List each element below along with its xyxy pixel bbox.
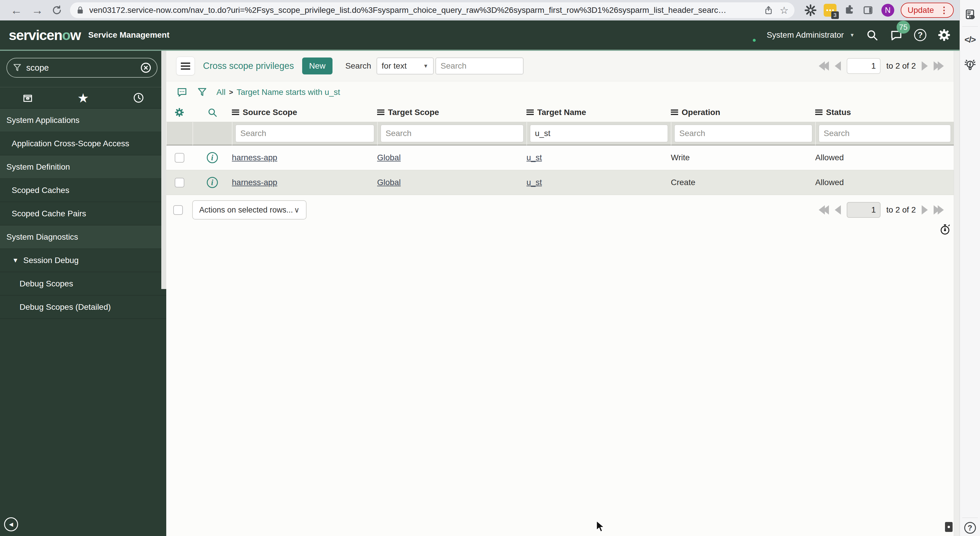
list-chat-icon[interactable] — [176, 86, 188, 98]
list-context-menu-button[interactable] — [176, 57, 195, 75]
actions-dropdown[interactable]: Actions on selected rows... ∨ — [192, 200, 307, 220]
lightbulb-icon[interactable] — [963, 59, 977, 72]
filter-target-scope[interactable] — [381, 124, 523, 142]
cell-source-scope: harness-app — [232, 170, 377, 195]
lock-icon — [76, 6, 84, 14]
list-scrollbar[interactable] — [954, 51, 959, 536]
extension-icon-yellow[interactable]: 3 — [824, 4, 837, 17]
connect-chat-icon[interactable]: 75 — [889, 28, 903, 42]
global-search-icon[interactable] — [865, 29, 878, 41]
row-info-cell: i — [192, 145, 232, 170]
sidebar-item-session-debug[interactable]: ▼ Session Debug — [0, 249, 166, 272]
column-menu-icon[interactable] — [671, 110, 678, 115]
sidebar-item-system-definition[interactable]: System Definition — [0, 155, 166, 179]
url-text[interactable]: ven03172.service-now.com/nav_to.do?uri=%… — [89, 6, 759, 15]
sidebar-item-system-applications[interactable]: System Applications — [0, 108, 166, 132]
breadcrumb-current-filter[interactable]: Target Name starts with u_st — [237, 88, 340, 97]
forward-icon[interactable]: → — [32, 5, 43, 16]
back-icon[interactable]: ← — [11, 5, 22, 16]
help-icon[interactable]: ? — [914, 29, 926, 41]
extensions-puzzle-icon[interactable] — [843, 5, 855, 16]
sidebar-item-system-diagnostics[interactable]: System Diagnostics — [0, 225, 166, 249]
source-scope-link[interactable]: harness-app — [232, 178, 277, 187]
column-header-status[interactable]: Status — [815, 103, 954, 122]
reload-icon[interactable] — [51, 5, 62, 16]
search-type-select[interactable]: for text ▼ — [377, 57, 434, 75]
bookmark-star-icon[interactable]: ☆ — [780, 5, 788, 15]
user-avatar[interactable] — [742, 28, 756, 42]
tab-all-applications[interactable] — [0, 87, 56, 108]
info-icon[interactable]: i — [207, 177, 218, 188]
row-checkbox[interactable] — [175, 178, 185, 187]
filter-target-name[interactable] — [530, 124, 668, 142]
clear-filter-icon[interactable] — [140, 62, 152, 73]
navigator-filter[interactable] — [6, 58, 158, 78]
collapse-sidebar-button[interactable]: ◀ — [4, 517, 18, 531]
tab-history[interactable] — [111, 87, 166, 108]
info-icon[interactable]: i — [207, 152, 218, 163]
side-panel-icon[interactable] — [862, 5, 874, 16]
address-bar[interactable]: ven03172.service-now.com/nav_to.do?uri=%… — [70, 2, 794, 18]
browser-menu-icon[interactable]: ⋮ — [938, 6, 950, 14]
settings-gear-icon[interactable] — [937, 28, 951, 42]
breadcrumb-all[interactable]: All — [216, 88, 226, 97]
row-checkbox[interactable] — [175, 153, 185, 163]
column-header-target-name[interactable]: Target Name — [527, 103, 671, 122]
breadcrumb-filter-icon[interactable] — [197, 87, 208, 98]
source-scope-link[interactable]: harness-app — [232, 153, 277, 162]
column-header-source-scope[interactable]: Source Scope — [232, 103, 377, 122]
target-scope-link[interactable]: Global — [377, 153, 401, 162]
clock-icon — [132, 92, 145, 104]
column-header-operation[interactable]: Operation — [671, 103, 815, 122]
navigator-filter-input[interactable] — [26, 63, 136, 73]
update-button[interactable]: Update ⋮ — [900, 3, 954, 18]
column-search-toggle[interactable] — [192, 103, 232, 122]
page-number-input[interactable] — [847, 202, 881, 218]
product-title: Service Management — [88, 30, 169, 40]
user-menu[interactable]: System Administrator — [767, 30, 844, 40]
list-search-input[interactable] — [436, 57, 523, 75]
sidebar-item-scoped-cache-pairs[interactable]: Scoped Cache Pairs — [0, 202, 166, 225]
browser-profile-avatar[interactable]: N — [881, 4, 894, 17]
list-personalize-button[interactable] — [166, 103, 192, 122]
scroll-corner-button[interactable] — [945, 522, 953, 532]
sidebar-item-debug-scopes[interactable]: Debug Scopes — [0, 272, 166, 295]
code-panel-icon[interactable]: </> — [964, 35, 975, 45]
expanded-caret-icon[interactable]: ▼ — [12, 257, 19, 264]
new-button[interactable]: New — [302, 57, 332, 75]
page-number-input[interactable] — [847, 58, 881, 74]
first-page-button[interactable] — [819, 205, 829, 215]
column-menu-icon[interactable] — [527, 110, 534, 115]
sidebar-item-debug-scopes-detailed[interactable]: Debug Scopes (Detailed) — [0, 295, 166, 319]
column-header-target-scope[interactable]: Target Scope — [377, 103, 527, 122]
previous-page-button[interactable] — [835, 205, 841, 215]
column-menu-icon[interactable] — [232, 110, 239, 115]
column-menu-icon[interactable] — [815, 110, 822, 115]
sidebar-scrollbar[interactable] — [161, 51, 166, 289]
target-scope-link[interactable]: Global — [377, 178, 401, 187]
sidebar-item-application-cross-scope-access[interactable]: Application Cross-Scope Access — [0, 132, 166, 155]
filter-status[interactable] — [819, 124, 951, 142]
response-time-icon[interactable] — [939, 223, 951, 235]
target-name-link[interactable]: u_st — [527, 153, 542, 162]
list-title[interactable]: Cross scope privileges — [203, 61, 294, 71]
first-page-button[interactable] — [819, 61, 829, 71]
tab-favorites[interactable]: ★ — [56, 87, 111, 108]
help-panel-icon[interactable]: ? — [964, 522, 976, 534]
share-icon[interactable] — [764, 6, 773, 15]
filter-source-scope[interactable] — [235, 124, 374, 142]
filter-operation[interactable] — [675, 124, 812, 142]
last-page-button[interactable] — [934, 61, 944, 71]
next-page-button[interactable] — [922, 205, 928, 215]
reading-list-icon[interactable] — [964, 8, 977, 21]
previous-page-button[interactable] — [835, 61, 841, 71]
pagination-bottom: to 2 of 2 — [819, 202, 944, 218]
target-name-link[interactable]: u_st — [527, 178, 542, 187]
next-page-button[interactable] — [922, 61, 928, 71]
sidebar-item-scoped-caches[interactable]: Scoped Caches — [0, 179, 166, 202]
column-menu-icon[interactable] — [377, 110, 384, 115]
last-page-button[interactable] — [934, 205, 944, 215]
select-all-checkbox[interactable] — [173, 205, 183, 215]
user-caret-icon[interactable]: ▼ — [850, 33, 854, 38]
extension-burst-icon[interactable] — [804, 4, 817, 16]
